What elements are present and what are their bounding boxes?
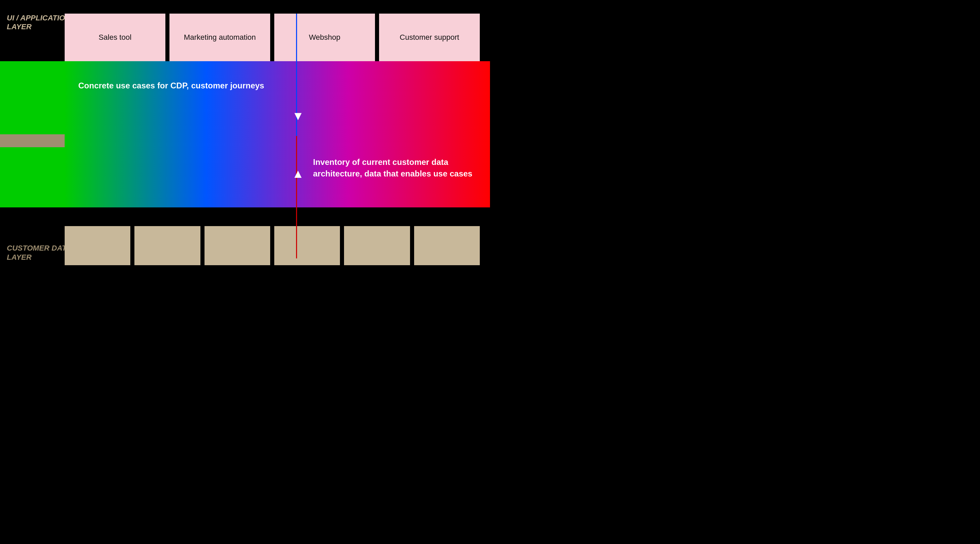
bottom-cards-row — [65, 226, 480, 265]
gray-label-bar — [0, 134, 65, 147]
text-inventory: Inventory of current customer data archi… — [313, 156, 490, 179]
vertical-divider-line — [296, 14, 297, 259]
bottom-card-6 — [414, 226, 480, 265]
bottom-card-4 — [274, 226, 340, 265]
card-marketing-automation: Marketing automation — [169, 14, 270, 61]
up-arrow-icon: ▲ — [292, 167, 304, 181]
down-arrow-icon: ▼ — [292, 109, 304, 123]
bottom-card-3 — [205, 226, 270, 265]
customer-data-label: CUSTOMER DATA LAYER — [7, 244, 71, 262]
ui-layer-label: UI / APPLICATION LAYER — [7, 14, 70, 32]
card-webshop: Webshop — [274, 14, 375, 61]
bottom-card-2 — [134, 226, 200, 265]
bottom-card-5 — [344, 226, 410, 265]
vertical-line-colored — [296, 14, 297, 259]
text-concrete-use-cases: Concrete use cases for CDP, customer jou… — [78, 80, 264, 92]
card-sales-tool: Sales tool — [65, 14, 165, 61]
top-cards-row: Sales tool Marketing automation Webshop … — [65, 14, 490, 61]
bottom-card-1 — [65, 226, 130, 265]
card-customer-support: Customer support — [379, 14, 480, 61]
